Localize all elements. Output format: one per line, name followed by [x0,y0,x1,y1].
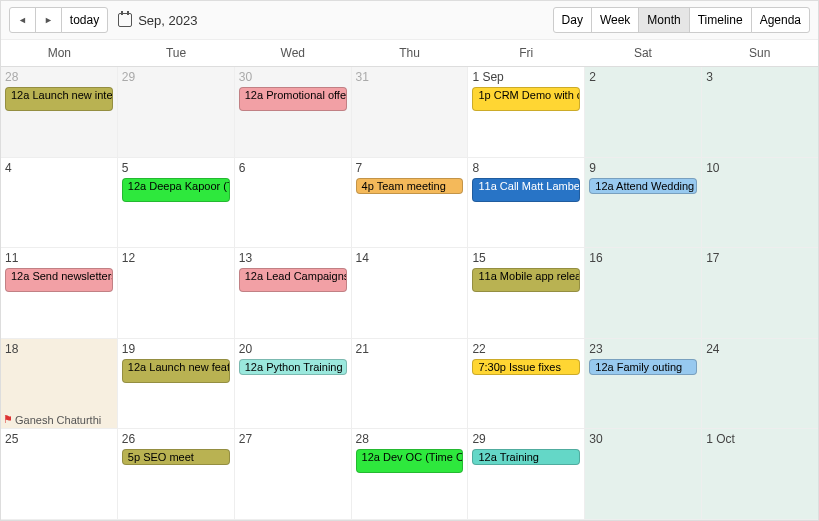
day-number: 13 [239,251,347,265]
event[interactable]: 1p CRM Demo with customer [472,87,580,111]
day-number: 17 [706,251,814,265]
weekday-cell: Tue [118,40,235,66]
event[interactable]: 12a Lead Campaigns [239,268,347,292]
day-cell[interactable]: 12 [118,248,235,339]
chevron-left-icon: ◄ [18,16,27,25]
events-container: 11a Mobile app release [472,268,580,292]
event[interactable]: 12a Launch new feature [122,359,230,383]
day-cell[interactable]: 6 [235,158,352,249]
event[interactable]: 12a Launch new integration [5,87,113,111]
view-timeline[interactable]: Timeline [689,7,752,33]
day-number: 28 [5,70,113,84]
day-cell[interactable]: 2912a Training [468,429,585,520]
event[interactable]: 12a Promotional offer campaign [239,87,347,111]
events-container: 12a Dev OC (Time Off: Regular) [356,449,464,473]
day-number: 6 [239,161,347,175]
next-button[interactable]: ► [35,7,62,33]
day-number: 31 [356,70,464,84]
view-day[interactable]: Day [553,7,592,33]
day-cell[interactable]: 30 [585,429,702,520]
day-cell[interactable]: 1 Oct [702,429,818,520]
event[interactable]: 12a Training [472,449,580,465]
day-number: 14 [356,251,464,265]
day-cell[interactable]: 3 [702,67,818,158]
day-number: 19 [122,342,230,356]
events-container: 12a Launch new integration [5,87,113,111]
day-number: 8 [472,161,580,175]
day-cell[interactable]: 24 [702,339,818,430]
day-cell[interactable]: 14 [352,248,469,339]
day-cell[interactable]: 74p Team meeting [352,158,469,249]
day-cell[interactable]: 1 Sep1p CRM Demo with customer [468,67,585,158]
day-cell[interactable]: 31 [352,67,469,158]
day-number: 5 [122,161,230,175]
day-cell[interactable]: 811a Call Matt Lambert [468,158,585,249]
day-number: 22 [472,342,580,356]
events-container: 12a Family outing [589,359,697,375]
event[interactable]: 12a Deepa Kapoor (Time Off: Medical) [122,178,230,202]
day-cell[interactable]: 25 [1,429,118,520]
day-cell[interactable]: 21 [352,339,469,430]
day-number: 30 [589,432,697,446]
events-container: 11a Call Matt Lambert [472,178,580,202]
day-number: 29 [122,70,230,84]
day-cell[interactable]: 16 [585,248,702,339]
day-cell[interactable]: 2312a Family outing [585,339,702,430]
event[interactable]: 7:30p Issue fixes [472,359,580,375]
chevron-right-icon: ► [44,16,53,25]
event[interactable]: 4p Team meeting [356,178,464,194]
day-cell[interactable]: 227:30p Issue fixes [468,339,585,430]
day-number: 28 [356,432,464,446]
day-cell[interactable]: 1912a Launch new feature [118,339,235,430]
day-cell[interactable]: 27 [235,429,352,520]
day-cell[interactable]: 17 [702,248,818,339]
toolbar-left: ◄ ► today Sep, 2023 [9,7,197,33]
day-cell[interactable]: 2812a Launch new integration [1,67,118,158]
day-number: 24 [706,342,814,356]
view-agenda[interactable]: Agenda [751,7,810,33]
week-row: 2812a Launch new integration293012a Prom… [1,67,818,158]
day-cell[interactable]: 512a Deepa Kapoor (Time Off: Medical) [118,158,235,249]
date-label-text: Sep, 2023 [138,13,197,28]
view-switcher: Day Week Month Timeline Agenda [553,7,810,33]
event[interactable]: 12a Dev OC (Time Off: Regular) [356,449,464,473]
event[interactable]: 5p SEO meet [122,449,230,465]
events-container: 12a Send newsletters [5,268,113,292]
day-cell[interactable]: 1511a Mobile app release [468,248,585,339]
event[interactable]: 11a Call Matt Lambert [472,178,580,202]
week-row: 18⚑Ganesh Chaturthi1912a Launch new feat… [1,339,818,430]
day-number: 25 [5,432,113,446]
day-number: 3 [706,70,814,84]
events-container: 12a Python Training [239,359,347,375]
day-cell[interactable]: 2812a Dev OC (Time Off: Regular) [352,429,469,520]
day-cell[interactable]: 3012a Promotional offer campaign [235,67,352,158]
today-button[interactable]: today [61,7,108,33]
day-cell[interactable]: 10 [702,158,818,249]
event[interactable]: 12a Send newsletters [5,268,113,292]
prev-button[interactable]: ◄ [9,7,36,33]
view-month[interactable]: Month [638,7,689,33]
day-cell[interactable]: 18⚑Ganesh Chaturthi [1,339,118,430]
day-cell[interactable]: 29 [118,67,235,158]
day-number: 21 [356,342,464,356]
day-number: 10 [706,161,814,175]
day-cell[interactable]: 2 [585,67,702,158]
week-row: 25265p SEO meet272812a Dev OC (Time Off:… [1,429,818,520]
date-picker[interactable]: Sep, 2023 [118,13,197,28]
event[interactable]: 12a Python Training [239,359,347,375]
holiday-label: ⚑Ganesh Chaturthi [3,413,101,426]
flag-icon: ⚑ [3,413,13,426]
event[interactable]: 12a Attend Wedding [589,178,697,194]
view-week[interactable]: Week [591,7,639,33]
events-container: 12a Promotional offer campaign [239,87,347,111]
day-cell[interactable]: 265p SEO meet [118,429,235,520]
event[interactable]: 12a Family outing [589,359,697,375]
day-cell[interactable]: 1312a Lead Campaigns [235,248,352,339]
day-cell[interactable]: 2012a Python Training [235,339,352,430]
day-cell[interactable]: 1112a Send newsletters [1,248,118,339]
event[interactable]: 11a Mobile app release [472,268,580,292]
events-container: 12a Lead Campaigns [239,268,347,292]
day-cell[interactable]: 4 [1,158,118,249]
events-container: 7:30p Issue fixes [472,359,580,375]
day-cell[interactable]: 912a Attend Wedding [585,158,702,249]
